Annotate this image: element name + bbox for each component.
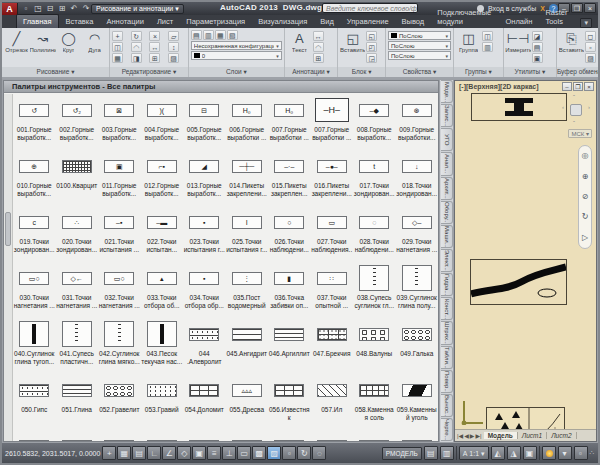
layout-nav-icon[interactable]: ◀	[464, 432, 469, 439]
insert-block-button[interactable]: ◱ Вставить	[340, 30, 365, 53]
palette-tab-Гидра...[interactable]: Гидра...	[441, 273, 453, 296]
palette-item[interactable]: ▭○032.Точки нагнетания ...	[98, 264, 141, 320]
palette-item[interactable]: ◇–029.Точки нагнетания ...	[396, 208, 439, 264]
palette-tab-Повер...[interactable]: Повер...	[441, 370, 453, 393]
qat-icon[interactable]: ⊟	[45, 4, 55, 13]
toggle-quick-properties[interactable]: ▫	[282, 446, 296, 460]
palette-item[interactable]: ▭027.Точки наблюдения...	[311, 208, 354, 264]
layout-nav-icon[interactable]: |◀	[457, 432, 463, 439]
layer-tool-icon[interactable]: ▧	[227, 30, 238, 40]
ucs-dropdown[interactable]: МСК ▾	[568, 129, 592, 138]
annotation-status-icon[interactable]: ▣	[523, 446, 537, 460]
annotation-tool-icon[interactable]: ◠	[313, 42, 324, 52]
layout-tab-Лист1[interactable]: Лист1	[518, 432, 547, 439]
edit-tool-icon[interactable]: ×	[149, 31, 160, 41]
toggle-polar-tracking[interactable]: ∠	[162, 446, 176, 460]
palette-item[interactable]: ▪034.Точки отбора обр...	[183, 264, 226, 320]
palette-scrollbar[interactable]	[4, 94, 13, 441]
palette-item[interactable]: ⊕010.Горные выработк...	[13, 152, 56, 208]
block-tool-icon[interactable]: ◰	[366, 42, 377, 52]
palette-item[interactable]: ⊟005.Горные выработк...	[183, 96, 226, 152]
scrollbar-thumb[interactable]	[5, 212, 11, 246]
ribbon-tab-Лист[interactable]: Лист	[151, 15, 179, 28]
linetype-dropdown[interactable]: ПоСлою▾	[388, 51, 451, 60]
palette-item[interactable]: I025.Точки испытания г...	[226, 208, 269, 264]
model-space-button[interactable]: РМОДЕЛЬ	[382, 447, 422, 460]
ribbon-tab-Управление[interactable]: Управление	[341, 15, 395, 28]
palette-tab-Табли...[interactable]: Табли...	[441, 346, 453, 369]
edit-tool-icon[interactable]: ↕	[168, 42, 179, 52]
doc-window-button[interactable]: ❐	[573, 82, 583, 91]
palette-item[interactable]: 059.Каменный уголь	[396, 376, 439, 432]
ribbon-tab-Главная[interactable]: Главная	[16, 14, 59, 28]
palette-item[interactable]: –◆008.Горные выработк...	[353, 96, 396, 152]
group-button[interactable]: ◫ Группа	[456, 30, 481, 53]
layer-config-dropdown[interactable]: Несохраненная конфигурация сло▾	[191, 41, 282, 50]
palette-item[interactable]: –H–007.Горные выработки ...	[311, 96, 354, 152]
viewcube-pad[interactable]: ˆ ˇ ‹ ›	[561, 95, 591, 125]
block-tool-icon[interactable]: ◱	[366, 31, 377, 41]
edit-tool-icon[interactable]: ◨	[131, 53, 142, 63]
palette-item[interactable]: –▪021.Точки испытания ...	[98, 208, 141, 264]
palette-item[interactable]: –·–015.Пикеты закреплен...	[268, 152, 311, 208]
palette-item[interactable]: ⋮035.Пост водомерный	[226, 264, 269, 320]
palette-item[interactable]: 0100.Кварцит	[56, 152, 99, 208]
palette-item[interactable]: 058.Каменная соль	[353, 376, 396, 432]
panel-block-label[interactable]: Блок ▾	[338, 67, 385, 77]
palette-item[interactable]: ▭○030.Точки нагнетания ...	[13, 264, 56, 320]
palette-item[interactable]	[311, 432, 354, 441]
clipboard-tool-icon[interactable]: ▫	[585, 42, 596, 52]
palette-item[interactable]: ▣011.Горные выработк...	[98, 152, 141, 208]
draw-button-Полилиния[interactable]: ↝Полилиния	[30, 30, 55, 53]
panel-annotation-label[interactable]: Аннотации ▾	[285, 67, 337, 77]
layout-nav-icon[interactable]: ▶	[470, 432, 475, 439]
toggle-dynamic-ucs[interactable]: ⊥	[222, 446, 236, 460]
color-dropdown[interactable]: ПоСлою▾	[388, 31, 451, 40]
palette-item[interactable]	[396, 432, 439, 441]
drawing-canvas[interactable]: [-][Верхняя][2D каркас] –❐× ˆ ˇ ‹ › МСК …	[454, 80, 597, 442]
palette-item[interactable]: ⌐▪012.Горные выработк...	[141, 152, 184, 208]
edit-tool-icon[interactable]: ↔	[149, 42, 160, 52]
annotation-status-icon[interactable]: ◭	[491, 446, 505, 460]
palette-tab-Вынос...[interactable]: Вынос...	[441, 394, 453, 417]
palette-item[interactable]: c019.Точки зондирован...	[13, 208, 56, 264]
toggle-object-snap-tracking[interactable]: ≡	[207, 446, 221, 460]
palette-tab-Элект...[interactable]: Элект...	[441, 249, 453, 272]
palette-item[interactable]: )(004.Горные выработк...	[141, 96, 184, 152]
palette-item[interactable]: 048.Валуны	[353, 320, 396, 376]
navbar-icon[interactable]: ↻	[582, 213, 589, 221]
group-tool-icon[interactable]: ◫	[482, 31, 493, 41]
close-button[interactable]: ×	[584, 3, 596, 13]
palette-tab-Конст...[interactable]: Конст...	[441, 297, 453, 320]
palette-item[interactable]: 040.Суглинок глина тугоп...	[13, 320, 56, 376]
toggle-object-snap[interactable]: ◇	[177, 446, 191, 460]
edit-tool-icon[interactable]: ▱	[168, 31, 179, 41]
palette-item[interactable]: ↺001.Горные выработк...	[13, 96, 56, 152]
quickview-icon[interactable]: ▥	[440, 446, 454, 460]
navbar-icon[interactable]: ▷	[582, 234, 588, 242]
qat-icon[interactable]: ▫	[21, 4, 31, 13]
palette-item[interactable]: 056.Известняк	[268, 376, 311, 432]
annotation-tool-icon[interactable]: ↔	[313, 31, 324, 41]
panel-groups-label[interactable]: Группы ▾	[454, 67, 503, 77]
layer-dropdown[interactable]: 0▾	[191, 51, 282, 60]
annotation-scale-button[interactable]: А 1:1 ▾	[459, 446, 489, 460]
performance-tuner-icon[interactable]	[542, 446, 556, 460]
navbar-icon[interactable]: ⊘	[582, 193, 589, 201]
palette-item[interactable]: 047.Брекчия	[311, 320, 354, 376]
chevron-up-icon[interactable]: ˆ	[573, 94, 575, 100]
palette-item[interactable]: ◌028.Точки наблюдени...	[353, 208, 396, 264]
palette-item[interactable]	[141, 432, 184, 441]
quickview-icon[interactable]: ▤	[424, 446, 438, 460]
palette-item[interactable]: 051.Глина	[56, 376, 99, 432]
edit-tool-icon[interactable]: +	[112, 31, 123, 41]
toggle-ortho-mode[interactable]: ∟	[147, 446, 161, 460]
palette-tab-Архит...[interactable]: Архит...	[441, 177, 453, 200]
palette-item[interactable]: ◢013.Горные выработк...	[183, 152, 226, 208]
palette-item[interactable]	[98, 432, 141, 441]
palette-tab-Анал...[interactable]: Анал...	[441, 152, 453, 175]
palette-item[interactable]: ↓018.Точки зондирован...	[396, 152, 439, 208]
panel-properties-label[interactable]: Свойства ▾	[386, 67, 453, 77]
navbar-icon[interactable]: ◎	[582, 152, 589, 160]
toggle-annotation-monitor[interactable]: ◌	[312, 446, 326, 460]
